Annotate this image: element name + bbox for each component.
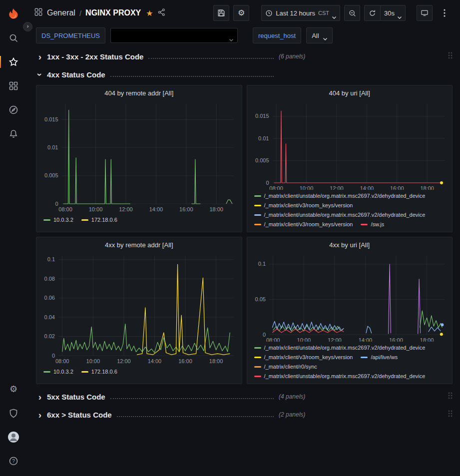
svg-text:14:00: 14:00 [148,358,162,364]
panel-title[interactable]: 4xx by uri [All] [251,240,449,252]
row-drag-handle[interactable] [448,410,453,420]
svg-text:18:00: 18:00 [209,358,223,364]
tv-mode-button[interactable] [417,5,433,21]
row-drag-handle[interactable] [448,392,453,402]
sidebar-item-dashboards[interactable] [0,74,27,98]
sidebar-item-help[interactable]: ? [0,449,27,473]
svg-text:0.04: 0.04 [44,314,55,320]
navbar-actions: ⚙ Last 12 hours CST 30s [213,5,453,21]
sidebar-item-search[interactable] [0,26,27,50]
time-series-chart[interactable]: 00.050.108:0010:0012:0014:0016:0018:00 [251,252,450,342]
row-panel-count: (6 panels) [279,53,305,60]
legend-item[interactable]: /_matrix/client/v3/room_keys/version [254,353,353,362]
save-dashboard-button[interactable] [213,5,229,21]
legend-item[interactable]: 10.0.3.2 [43,368,73,376]
more-options-button[interactable] [437,5,453,21]
svg-text:0: 0 [55,201,58,207]
row-drag-handle[interactable] [448,51,453,61]
share-icon[interactable] [157,8,166,18]
dashboard-settings-button[interactable]: ⚙ [233,5,249,21]
row-header-6xx[interactable]: › 6xx > Status Code (2 panels) [36,407,453,422]
refresh-button[interactable] [364,5,380,21]
datasource-variable-label[interactable]: DS_PROMETHEUS [36,27,105,43]
svg-text:0.1: 0.1 [258,261,265,267]
legend-item[interactable]: /_matrix/client/v3/room_keys/version [254,201,353,210]
legend-item[interactable]: /_matrix/client/unstable/org.matrix.msc2… [254,211,426,219]
sidebar-item-starred[interactable] [0,50,27,74]
request-host-variable-label[interactable]: request_host [253,27,301,43]
legend-series-label: /sw.js [371,220,384,229]
request-host-variable-select[interactable]: All [306,27,332,43]
dashboard-scroll-area: › 1xx - 3xx - 2xx Status Code (6 panels)… [27,45,460,476]
dashboard-title[interactable]: NGINX PROXY [85,8,141,17]
svg-text:0.08: 0.08 [44,276,55,282]
grafana-app: ⚙ ? › Gene [0,0,460,476]
sidebar-item-configuration[interactable]: ⚙ [0,377,27,401]
legend-series-marker [254,224,261,225]
grafana-logo-icon[interactable] [6,4,21,26]
sidebar-item-alerting[interactable] [0,122,27,146]
legend-item[interactable]: /sw.js [361,220,384,229]
legend-item[interactable]: 10.0.3.2 [43,216,73,224]
svg-text:10:00: 10:00 [89,206,103,212]
panel-legend: /_matrix/client/unstable/org.matrix.msc2… [251,190,449,229]
sidebar-expand-button[interactable]: › [23,22,32,31]
avatar [7,431,20,444]
legend-item[interactable]: /api/live/ws [361,353,398,362]
svg-text:08:00: 08:00 [269,185,283,190]
datasource-variable-select[interactable] [110,28,238,43]
svg-text:0.01: 0.01 [47,144,58,150]
legend-item[interactable]: 172.18.0.6 [81,368,117,376]
legend-item[interactable]: /_matrix/client/unstable/org.matrix.msc2… [254,372,426,381]
chevron-down-icon: › [35,70,45,78]
row-dots [110,75,274,77]
panel-404-by-uri: 404 by uri [All] 00.0050.010.01508:0010:… [247,85,453,232]
legend-item[interactable]: /_matrix/client/unstable/org.matrix.msc2… [254,344,426,352]
sidebar-item-explore[interactable] [0,98,27,122]
time-series-chart[interactable]: 00.0050.010.01508:0010:0012:0014:0016:00… [251,100,450,190]
chevron-right-icon: › [36,392,44,402]
sidebar-item-profile[interactable] [0,425,27,449]
svg-text:0.02: 0.02 [44,333,55,339]
svg-text:0.1: 0.1 [47,256,55,262]
save-icon [217,9,225,17]
breadcrumb-folder[interactable]: General [47,8,75,17]
legend-series-marker [81,219,88,221]
panel-title[interactable]: 404 by remote addr [All] [40,88,238,100]
svg-text:0.01: 0.01 [258,135,269,141]
svg-text:0: 0 [262,332,265,338]
timezone-label: CST [318,10,329,16]
legend-series-marker [254,357,261,358]
panel-title[interactable]: 4xx by remote addr [All] [40,240,238,252]
legend-item[interactable]: 172.18.0.6 [81,216,117,224]
legend-series-label: /_matrix/client/v3/room_keys/version [264,201,353,210]
row-header-4xx[interactable]: › 4xx Status Code [36,67,453,82]
svg-text:0: 0 [52,353,55,359]
legend-series-label: 172.18.0.6 [91,216,117,224]
panel-title[interactable]: 404 by uri [All] [251,88,449,100]
time-series-chart[interactable]: 00.0050.010.01508:0010:0012:0014:0016:00… [40,100,239,214]
svg-text:12:00: 12:00 [117,358,131,364]
legend-item[interactable]: /_matrix/client/unstable/org.matrix.msc2… [254,192,426,200]
legend-item[interactable]: /_matrix/client/v3/room_keys/version [254,220,353,229]
row-header-5xx[interactable]: › 5xx Status Code (4 panels) [36,389,453,404]
variables-row: DS_PROMETHEUS request_host All [27,26,460,45]
refresh-interval-select[interactable]: 30s [380,5,406,21]
row-title: 6xx > Status Code [47,411,112,419]
zoom-out-time-button[interactable] [344,5,360,21]
legend-item[interactable]: /_matrix/client/r0/sync [254,363,317,371]
clock-icon [265,9,273,17]
row-header-1xx-3xx-2xx[interactable]: › 1xx - 3xx - 2xx Status Code (6 panels) [36,49,453,64]
panel-legend: /_matrix/client/unstable/org.matrix.msc2… [251,342,449,381]
svg-text:16:00: 16:00 [390,185,404,190]
chevron-right-icon: › [36,410,44,420]
time-range-label: Last 12 hours [276,9,315,17]
sidebar-item-server-admin[interactable] [0,401,27,425]
favorite-star-icon[interactable]: ★ [146,8,153,18]
time-picker-button[interactable]: Last 12 hours CST [261,5,340,21]
apps-icon [34,7,43,18]
time-series-chart[interactable]: 00.020.040.060.080.108:0010:0012:0014:00… [40,252,239,366]
svg-text:10:00: 10:00 [297,337,311,342]
legend-series-marker [254,347,261,349]
legend-series-marker [254,195,261,197]
